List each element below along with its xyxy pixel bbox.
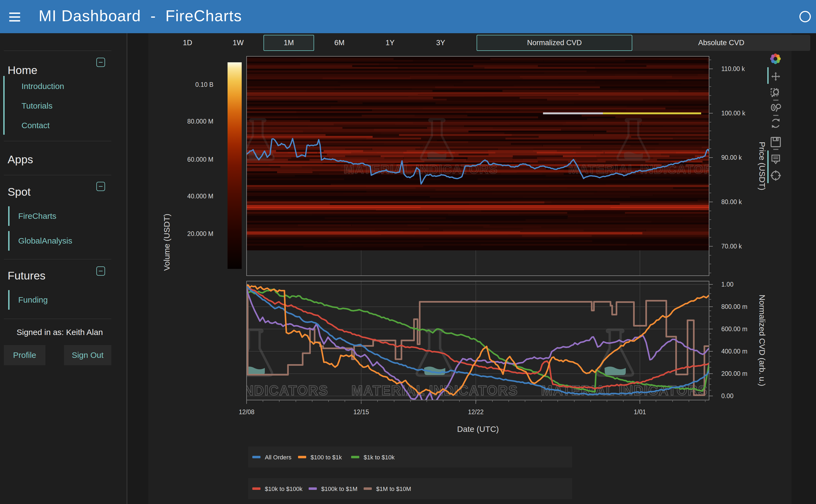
svg-text:Normalized CVD (arb. u.): Normalized CVD (arb. u.) <box>758 295 767 386</box>
svg-text:Volume (USDT): Volume (USDT) <box>162 214 171 271</box>
svg-text:200.00 m: 200.00 m <box>721 370 747 377</box>
svg-text:12/15: 12/15 <box>353 408 369 416</box>
svg-text:1.00: 1.00 <box>721 281 734 288</box>
svg-text:90.00 k: 90.00 k <box>721 154 742 161</box>
svg-text:800.00 m: 800.00 m <box>721 303 747 310</box>
svg-text:110.00 k: 110.00 k <box>721 65 745 72</box>
svg-text:MATERIAL INDICATORS: MATERIAL INDICATORS <box>568 162 722 176</box>
svg-text:12/22: 12/22 <box>468 408 484 416</box>
svg-text:60.000 M: 60.000 M <box>187 156 213 163</box>
svg-text:$100 to $1k: $100 to $1k <box>311 454 342 461</box>
svg-text:Date (UTC): Date (UTC) <box>457 425 499 434</box>
svg-text:$1M to $10M: $1M to $10M <box>376 485 411 492</box>
svg-text:MATERIAL INDICATORS: MATERIAL INDICATORS <box>351 383 518 398</box>
svg-text:12/08: 12/08 <box>239 408 254 416</box>
svg-text:80.000 M: 80.000 M <box>187 118 213 125</box>
svg-text:100.00 k: 100.00 k <box>721 110 746 117</box>
svg-text:$10k to $100k: $10k to $100k <box>265 485 303 492</box>
svg-text:$100k to $1M: $100k to $1M <box>321 485 357 492</box>
svg-text:0.10 B: 0.10 B <box>195 81 214 88</box>
svg-text:0.00: 0.00 <box>721 392 734 399</box>
svg-text:80.00 k: 80.00 k <box>721 198 742 205</box>
svg-text:All Orders: All Orders <box>265 454 292 461</box>
svg-text:70.00 k: 70.00 k <box>721 243 742 250</box>
svg-text:20.000 M: 20.000 M <box>187 230 213 237</box>
svg-text:$1k to $10k: $1k to $10k <box>364 454 395 461</box>
svg-text:600.00 m: 600.00 m <box>721 325 747 333</box>
svg-text:400.00 m: 400.00 m <box>721 348 747 355</box>
svg-text:Price (USDT): Price (USDT) <box>758 142 767 190</box>
svg-text:1/01: 1/01 <box>634 408 646 416</box>
svg-text:40.000 M: 40.000 M <box>187 193 213 200</box>
